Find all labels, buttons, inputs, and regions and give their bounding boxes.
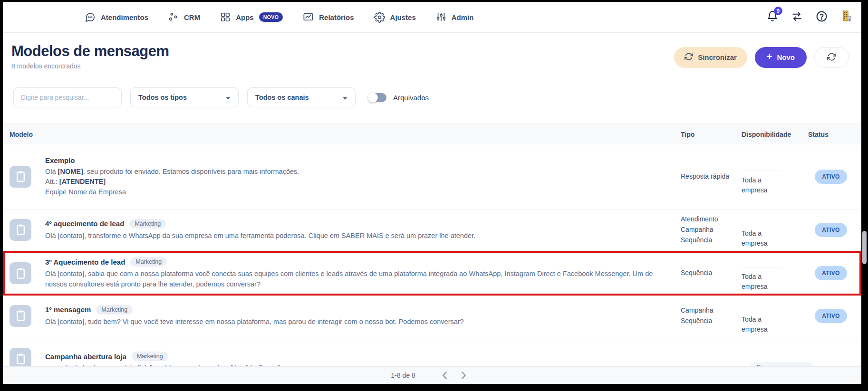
app-window: Atendimentos CRM Apps NOVO Relatórios (3, 2, 861, 384)
results-count: 8 modelos encontrados (11, 62, 169, 70)
table-row[interactable]: Exemplo Olá [NOME], seu produto foi envi… (3, 144, 861, 210)
nav-item-admin[interactable]: Admin (436, 12, 474, 22)
category-badge: Marketing (132, 352, 168, 361)
next-page-button[interactable] (454, 371, 473, 380)
new-template-button[interactable]: + Novo (755, 47, 807, 68)
template-body: Olá [contato], sabia que com a nossa pla… (45, 269, 669, 289)
status-cell: ATIVO (808, 223, 861, 237)
table-row[interactable]: 4º aquecimento de lead Marketing Olá [co… (3, 210, 861, 251)
tipo-cell: CampanhaSequência (681, 305, 742, 326)
nav-label: CRM (184, 13, 200, 21)
help-icon (816, 10, 828, 24)
column-header-modelo: Modelo (3, 131, 681, 138)
nav-label: Apps (236, 13, 254, 21)
clipboard-icon (10, 262, 31, 284)
nav-label: Relatórios (319, 13, 354, 21)
tipo-cell: AtendimentoCampanhaSequência (681, 214, 742, 245)
sync-icon (685, 52, 693, 62)
table-row[interactable]: 1º mensagem Marketing Olá [contato], tud… (3, 296, 861, 336)
status-badge: ATIVO (815, 266, 847, 280)
status-badge: ATIVO (815, 309, 847, 323)
status-cell: ATIVO (808, 170, 861, 184)
plus-icon: + (767, 51, 772, 62)
template-body: Olá [NOME], seu produto foi enviado. Est… (45, 167, 299, 197)
toggle-knob (368, 93, 378, 103)
refresh-icon (827, 52, 836, 63)
top-navigation: Atendimentos CRM Apps NOVO Relatórios (3, 2, 861, 33)
filter-bar: Todos os tipos Todos os canais Arquivado… (13, 87, 861, 107)
nav-item-crm[interactable]: CRM (168, 12, 200, 22)
sliders-icon (436, 12, 446, 22)
nav-item-relatorios[interactable]: Relatórios (303, 12, 354, 23)
clipboard-icon (10, 166, 31, 188)
nav-menu: Atendimentos CRM Apps NOVO Relatórios (85, 12, 473, 23)
help-button[interactable] (816, 10, 828, 24)
transfer-arrows-icon (791, 10, 803, 24)
pagination-range: 1-8 de 8 (391, 372, 415, 379)
category-badge: Marketing (129, 219, 166, 229)
disponibilidade-cell: Toda a empresa (742, 218, 808, 242)
table-header: Modelo Tipo Disponibilidade Status (3, 124, 861, 144)
archived-toggle[interactable] (369, 93, 386, 102)
disponibilidade-cell: Toda a empresa (742, 261, 808, 286)
status-badge: ATIVO (815, 170, 847, 184)
column-header-status: Status (808, 131, 861, 138)
clipboard-icon (10, 305, 31, 327)
company-button[interactable] (840, 10, 853, 24)
chevron-down-icon (226, 94, 231, 101)
status-badge: ATIVO (815, 223, 847, 237)
novo-badge: NOVO (259, 12, 283, 22)
chevron-down-icon (343, 94, 347, 101)
template-title: 3º Aquecimento de lead (45, 258, 125, 266)
new-button-label: Novo (777, 53, 795, 61)
scrollbar-thumb[interactable] (862, 231, 867, 264)
nav-utilities: 9 (767, 10, 854, 24)
tipo-cell: Resposta rápida (681, 172, 742, 182)
category-badge: Marketing (130, 257, 167, 267)
title-block: Modelos de mensagem 8 modelos encontrado… (11, 43, 169, 70)
page-header: Modelos de mensagem 8 modelos encontrado… (3, 33, 861, 70)
channel-filter-value: Todos os canais (255, 94, 309, 101)
sync-button-label: Sincronizar (698, 53, 737, 61)
column-header-disponibilidade: Disponibilidade (742, 131, 808, 138)
previous-page-button[interactable] (435, 371, 454, 380)
sync-button[interactable]: Sincronizar (674, 47, 747, 68)
refresh-button[interactable] (814, 47, 849, 68)
archived-toggle-wrap: Arquivados (369, 93, 429, 102)
status-cell: ATIVO (808, 309, 861, 323)
clipboard-icon (10, 219, 31, 241)
disponibilidade-cell: Toda a empresa (742, 164, 808, 189)
template-body: Olá [contato], tudo bem? Vi que você tev… (45, 317, 464, 327)
header-actions: Sincronizar + Novo (674, 45, 849, 70)
tipo-cell: Sequência (681, 268, 742, 278)
type-filter-select[interactable]: Todos os tipos (130, 87, 239, 107)
archived-label: Arquivados (393, 94, 429, 102)
template-title: 1º mensagem (45, 305, 91, 314)
nav-item-atendimentos[interactable]: Atendimentos (85, 12, 148, 23)
disponibilidade-cell: Toda a empresa (742, 304, 808, 328)
apps-grid-icon (220, 12, 231, 22)
type-filter-value: Todos os tipos (138, 94, 187, 101)
nav-label: Ajustes (390, 13, 416, 21)
nav-item-ajustes[interactable]: Ajustes (374, 12, 416, 23)
category-badge: Marketing (96, 305, 133, 315)
template-title: Campanha abertura loja (45, 353, 126, 361)
switch-account-button[interactable] (791, 10, 803, 24)
status-cell: ATIVO (808, 266, 861, 280)
table-row-highlighted[interactable]: 3º Aquecimento de lead Marketing Olá [co… (3, 251, 861, 296)
template-body: Olá [contato], transforme o WhatsApp da … (45, 231, 475, 241)
channel-filter-select[interactable]: Todos os canais (247, 87, 356, 107)
reports-chart-icon (303, 12, 314, 23)
nav-item-apps[interactable]: Apps NOVO (220, 12, 283, 22)
template-list: Exemplo Olá [NOME], seu produto foi envi… (3, 144, 861, 381)
building-icon (840, 10, 853, 24)
notification-count-badge: 9 (774, 7, 782, 15)
search-input[interactable] (13, 87, 122, 107)
page-title: Modelos de mensagem (11, 43, 169, 60)
template-title: Exemplo (45, 156, 75, 164)
pagination-bar: 1-8 de 8 (3, 366, 861, 384)
nav-label: Admin (452, 13, 474, 21)
gear-icon (374, 12, 385, 23)
notifications-button[interactable]: 9 (767, 10, 778, 24)
crm-nodes-icon (168, 12, 179, 22)
